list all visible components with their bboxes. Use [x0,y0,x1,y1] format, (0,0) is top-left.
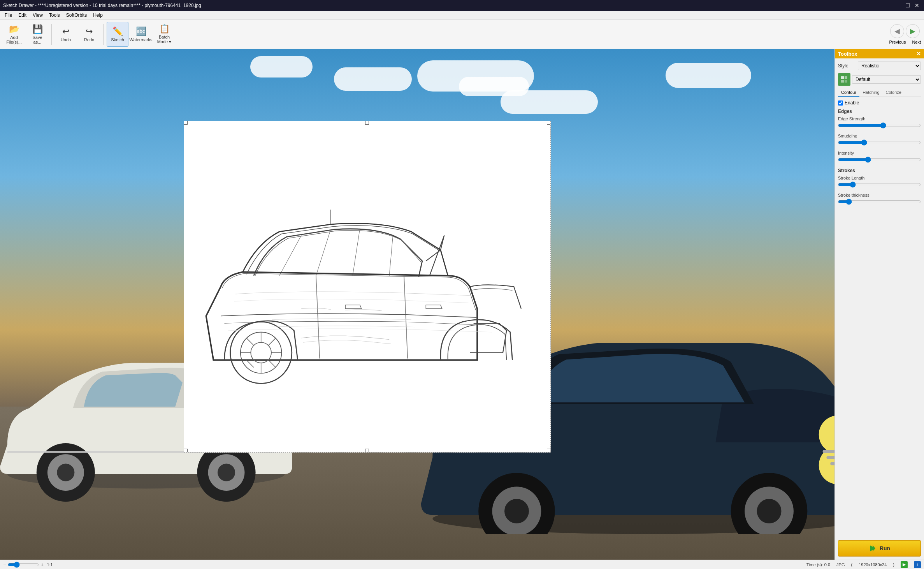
run-button[interactable]: Run [838,540,921,557]
maximize-button[interactable]: ☐ [904,2,912,9]
menu-view[interactable]: View [30,12,46,19]
cloud-1 [334,67,412,91]
toolbox-title: Toolbox [838,51,857,57]
zoom-slider[interactable] [8,562,39,568]
title-bar: Sketch Drawer - ****Unregistered version… [0,0,924,11]
cloud-5 [501,90,598,114]
tab-row: Contour Hatching Colorize [838,89,921,97]
zoom-out-icon[interactable]: − [3,562,6,568]
nav-labels: Previous Next [889,40,921,44]
batch-mode-label: BatchMode ▾ [157,35,172,44]
tab-contour[interactable]: Contour [838,89,859,97]
menu-help[interactable]: Help [90,12,106,19]
sketch-canvas [184,121,550,452]
save-as-button[interactable]: 💾 Saveas... [26,22,48,47]
strokes-section-title: Strokes [838,168,921,173]
undo-button[interactable]: ↩ Undo [55,22,77,47]
edge-strength-slider[interactable] [838,122,921,129]
svg-point-17 [757,499,782,523]
dimensions-label: ( [851,562,852,567]
add-files-button[interactable]: 📂 AddFile(s)... [3,22,25,47]
enable-checkbox[interactable] [838,100,843,106]
status-icon-blue: i [914,561,921,568]
svg-rect-18 [823,450,834,453]
toolbox-body: Style Realistic Pencil Charcoal Ink Defa… [835,58,924,537]
time-label: Time (s): 0.0 [806,562,830,567]
selection-handle-br [547,449,551,453]
svg-marker-45 [873,545,875,551]
dimensions-value: 1920x1080x24 [859,562,887,567]
toolbox-close-button[interactable]: ✕ [916,51,921,57]
smudging-slider[interactable] [838,139,921,146]
svg-point-3 [57,464,74,481]
stroke-thickness-label: Stroke thickness [838,193,921,197]
presets-row: Default Light Heavy Custom [838,73,921,86]
batch-mode-button[interactable]: 📋 BatchMode ▾ [153,22,175,47]
minimize-button[interactable]: — [894,2,902,9]
edge-strength-group: Edge Strength [838,116,921,130]
intensity-label: Intensity [838,151,921,155]
status-right: Time (s): 0.0 JPG (1920x1080x24) ▶ i [806,561,921,568]
menu-bar: File Edit View Tools SoftOrbits Help [0,11,924,19]
sketch-label: Sketch [111,37,124,42]
separator-1 [51,24,52,45]
stroke-length-slider[interactable] [838,181,921,188]
stroke-thickness-slider[interactable] [838,199,921,205]
toolbar: 📂 AddFile(s)... 💾 Saveas... ↩ Undo ↪ Red… [0,19,924,49]
style-select[interactable]: Realistic Pencil Charcoal Ink [858,62,921,70]
watermarks-label: Watermarks [130,37,153,42]
watermarks-icon: 🔤 [136,26,146,37]
watermarks-button[interactable]: 🔤 Watermarks [130,22,152,47]
status-bar: − + 1:1 Time (s): 0.0 JPG (1920x1080x24)… [0,560,924,569]
svg-rect-42 [841,80,844,83]
redo-button[interactable]: ↪ Redo [78,22,100,47]
next-button[interactable]: ▶ [906,24,920,38]
selection-handle-tm [365,121,369,125]
format-label: JPG [836,562,845,567]
sketch-icon: ✏️ [112,26,123,37]
main-content: Toolbox ✕ Style Realistic Pencil Charcoa… [0,49,924,560]
zoom-in-icon[interactable]: + [40,562,44,568]
close-button[interactable]: ✕ [913,2,921,9]
toolbox-header: Toolbox ✕ [835,49,924,58]
menu-file[interactable]: File [2,12,15,19]
style-row: Style Realistic Pencil Charcoal Ink [838,62,921,70]
stroke-length-label: Stroke Length [838,176,921,180]
svg-rect-20 [830,462,834,465]
redo-icon: ↪ [86,26,93,37]
sketch-overlay [184,121,551,453]
batch-icon: 📋 [159,24,170,34]
tab-colorize[interactable]: Colorize [883,89,905,97]
tab-hatching[interactable]: Hatching [859,89,882,97]
edge-strength-label: Edge Strength [838,116,921,121]
add-files-label: AddFile(s)... [6,35,22,44]
presets-icon [838,73,850,86]
menu-edit[interactable]: Edit [15,12,30,19]
selection-handle-bm [365,449,369,453]
svg-rect-19 [826,456,834,459]
stroke-length-group: Stroke Length [838,176,921,189]
nav-buttons: ◀ ▶ [890,24,920,38]
smudging-label: Smudging [838,134,921,138]
svg-point-6 [218,464,235,481]
intensity-slider[interactable] [838,157,921,163]
enable-label[interactable]: Enable [845,100,859,106]
menu-tools[interactable]: Tools [46,12,63,19]
run-button-label: Run [880,545,890,551]
sketch-button[interactable]: ✏️ Sketch [107,22,128,47]
toolbox: Toolbox ✕ Style Realistic Pencil Charcoa… [834,49,924,560]
add-files-icon: 📂 [9,24,19,34]
svg-rect-21 [184,140,550,433]
title-bar-controls: — ☐ ✕ [894,2,921,9]
previous-button[interactable]: ◀ [890,24,904,38]
redo-label: Redo [84,37,94,42]
menu-softorbits[interactable]: SoftOrbits [63,12,90,19]
selection-handle-tr [547,121,551,125]
style-label: Style [838,63,855,69]
save-label: Saveas... [32,35,42,44]
canvas-area[interactable] [0,49,834,560]
separator-2 [103,24,104,45]
presets-select[interactable]: Default Light Heavy Custom [852,75,921,84]
undo-icon: ↩ [62,26,69,37]
zoom-controls: − + [3,562,44,568]
